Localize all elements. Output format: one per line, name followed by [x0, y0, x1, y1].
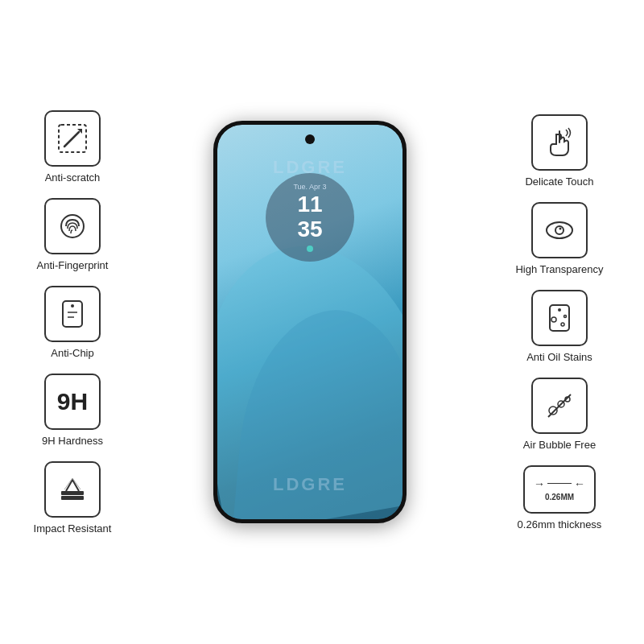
anti-scratch-icon — [55, 121, 90, 156]
anti-chip-icon — [55, 296, 90, 332]
left-features-column: Anti-scratch Anti-Fingerprint — [8, 110, 137, 535]
right-features-column: Delicate Touch High Transparency — [483, 114, 636, 530]
anti-chip-icon-box — [44, 286, 101, 342]
feature-air-bubble: Air Bubble Free — [523, 378, 596, 451]
feature-impact-resistant: Impact Resistant — [34, 461, 112, 535]
air-bubble-free-icon — [542, 388, 577, 423]
svg-point-11 — [555, 226, 564, 234]
feature-anti-oil: Anti Oil Stains — [526, 290, 592, 363]
feature-9h-hardness: 9H 9H Hardness — [42, 374, 103, 447]
clock-dot — [307, 246, 313, 252]
svg-point-16 — [561, 323, 564, 326]
watermark-bottom: LDGRE — [217, 474, 402, 495]
anti-scratch-icon-box — [44, 110, 101, 167]
svg-line-1 — [64, 132, 79, 147]
thickness-icon-box: → ← 0.26MM — [523, 465, 596, 514]
anti-oil-icon-box — [531, 290, 588, 346]
thickness-diagram: → ← 0.26MM — [534, 477, 585, 502]
svg-point-19 — [549, 407, 557, 415]
fingerprint-icon — [55, 208, 90, 244]
svg-rect-9 — [61, 496, 84, 500]
high-transparency-icon-box — [531, 202, 588, 258]
feature-delicate-touch: Delicate Touch — [525, 114, 593, 188]
clock-minutes: 35 — [297, 217, 322, 242]
svg-line-18 — [548, 394, 571, 417]
feature-anti-scratch: Anti-scratch — [44, 110, 101, 184]
svg-point-17 — [564, 315, 567, 317]
anti-chip-label: Anti-Chip — [51, 347, 93, 359]
feature-anti-fingerprint: Anti-Fingerprint — [37, 198, 109, 271]
feature-high-transparency: High Transparency — [515, 202, 603, 275]
air-bubble-icon-box — [531, 378, 588, 434]
svg-rect-8 — [61, 491, 84, 495]
phone-mockup: LDGRE Tue. Apr 3 11 35 LDGRE — [213, 121, 407, 523]
anti-scratch-label: Anti-scratch — [45, 171, 101, 184]
thickness-label: 0.26mm thickness — [518, 518, 602, 530]
clock-time: 11 35 — [297, 192, 322, 242]
svg-point-14 — [558, 308, 561, 312]
thickness-arrows: → ← — [534, 477, 585, 490]
svg-point-5 — [71, 304, 74, 308]
phone-screen: LDGRE Tue. Apr 3 11 35 LDGRE — [217, 125, 402, 519]
clock-hours: 11 — [297, 192, 322, 217]
clock-date: Tue. Apr 3 — [293, 183, 326, 191]
anti-fingerprint-icon-box — [44, 198, 101, 254]
impact-resistant-icon — [55, 472, 90, 507]
9h-hardness-text: 9H — [57, 388, 88, 415]
delicate-touch-icon — [542, 125, 577, 160]
anti-fingerprint-label: Anti-Fingerprint — [37, 259, 109, 271]
9h-hardness-label: 9H Hardness — [42, 435, 103, 447]
impact-resistant-icon-box — [44, 461, 101, 518]
svg-point-10 — [547, 222, 572, 238]
svg-point-12 — [559, 227, 562, 229]
svg-point-15 — [551, 317, 556, 322]
camera-hole — [305, 134, 315, 144]
main-container: Anti-scratch Anti-Fingerprint — [0, 0, 644, 644]
feature-thickness: → ← 0.26MM 0.26mm thickness — [518, 465, 602, 530]
high-transparency-icon — [542, 213, 577, 248]
anti-oil-icon — [542, 300, 577, 336]
9h-hardness-icon-box: 9H — [44, 374, 101, 430]
thickness-line — [547, 483, 572, 484]
high-transparency-label: High Transparency — [515, 263, 603, 275]
delicate-touch-label: Delicate Touch — [525, 175, 593, 188]
clock-widget: Tue. Apr 3 11 35 — [266, 173, 354, 262]
feature-anti-chip: Anti-Chip — [44, 286, 101, 359]
delicate-touch-icon-box — [531, 114, 588, 171]
air-bubble-label: Air Bubble Free — [523, 439, 596, 451]
anti-oil-label: Anti Oil Stains — [526, 351, 592, 363]
thickness-mm-value: 0.26MM — [545, 493, 574, 502]
impact-resistant-label: Impact Resistant — [34, 522, 112, 535]
phone-wrapper: LDGRE Tue. Apr 3 11 35 LDGRE — [137, 121, 483, 523]
